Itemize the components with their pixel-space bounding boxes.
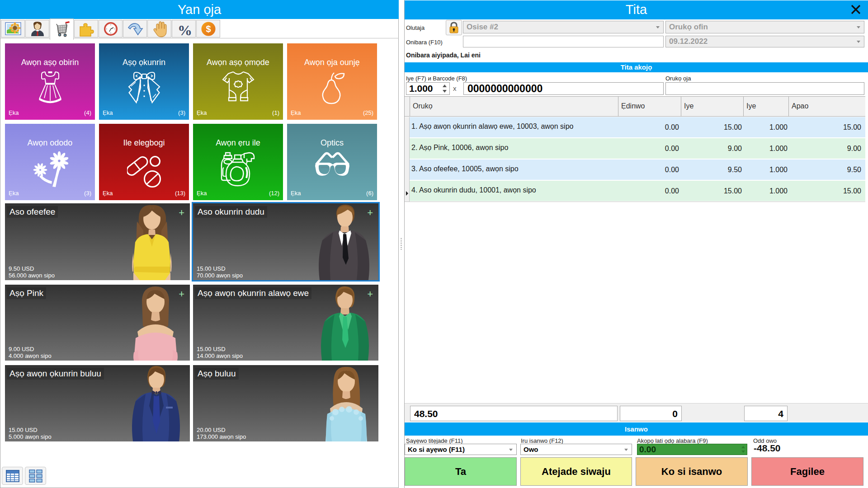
svg-text:$: $ (206, 24, 211, 34)
